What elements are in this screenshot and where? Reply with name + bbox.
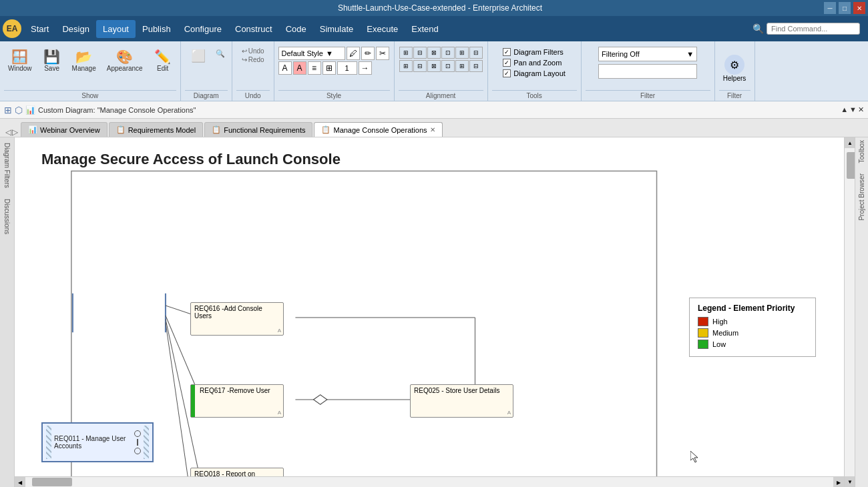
breadcrumb-text: Custom Diagram: "Manage Console Operatio… <box>38 106 196 114</box>
tab-manage-close[interactable]: ✕ <box>430 126 435 133</box>
helpers-button[interactable]: ⚙ Helpers <box>719 53 750 84</box>
tab-req-model-label: Requirements Model <box>128 126 196 134</box>
menu-execute[interactable]: Execute <box>360 20 405 38</box>
tab-requirements-model[interactable]: 📋 Requirements Model <box>109 122 204 137</box>
legend-low: Low <box>698 340 807 349</box>
scroll-down-button[interactable]: ▼ <box>845 476 855 487</box>
distribute-h-button[interactable]: ⊡ <box>441 47 455 59</box>
edit-button[interactable]: ✏️ Edit <box>150 47 176 74</box>
style-dropdown[interactable]: Default Style ▼ <box>278 47 345 60</box>
manage-button[interactable]: 📂 Manage <box>68 47 100 74</box>
menu-extend[interactable]: Extend <box>405 20 445 38</box>
font-button[interactable]: A <box>278 61 292 75</box>
tab-webinar-overview[interactable]: 📊 Webinar Overview <box>21 122 107 137</box>
menu-publish[interactable]: Publish <box>136 20 178 38</box>
manage-icon: 📂 <box>75 49 92 65</box>
tab-scroll-right[interactable]: ▷ <box>12 127 18 137</box>
close-button[interactable]: ✕ <box>853 2 865 14</box>
tab-functional-requirements[interactable]: 📋 Functional Requirements <box>204 122 312 137</box>
breadcrumb-bar: ⊞ ⬡ 📊 Custom Diagram: "Manage Console Op… <box>0 101 868 119</box>
command-search[interactable] <box>767 23 860 35</box>
alignment-group-label: Alignment <box>399 90 483 99</box>
right-sidebar: Toolbox Project Browser <box>855 137 868 487</box>
redo-button[interactable]: ↪ Redo <box>239 55 267 64</box>
line-color-button[interactable]: ✏ <box>361 47 375 60</box>
breadcrumb-up-button[interactable]: ▲ <box>841 105 848 114</box>
diagram-filters-button[interactable]: ✓ Diagram Filters <box>500 47 568 57</box>
menu-design[interactable]: Design <box>55 20 95 38</box>
vertical-scrollbar[interactable]: ▲ ▼ <box>844 137 855 487</box>
undo-button[interactable]: ↩ Undo <box>239 47 267 55</box>
tab-scroll-left[interactable]: ◁ <box>5 127 11 137</box>
fill-color-button[interactable]: 🖊 <box>347 47 360 60</box>
save-icon: 💾 <box>43 49 60 65</box>
breadcrumb-expand-icon[interactable]: ⊞ <box>4 105 12 115</box>
zoom-button[interactable]: 🔍 <box>213 48 228 59</box>
diagram-layout-button[interactable]: ✓ Diagram Layout <box>500 68 568 79</box>
legend-high: High <box>698 317 807 326</box>
ribbon-undo-group: ↩ Undo ↪ Redo Undo <box>232 41 274 101</box>
menu-start[interactable]: Start <box>24 20 55 38</box>
undo-icon: ↩ <box>242 47 247 55</box>
align-top-button[interactable]: ⊟ <box>469 47 483 59</box>
diagram-icon-button[interactable]: ⬜ <box>185 47 212 65</box>
window-label: Window <box>8 65 32 72</box>
distribute-v-button[interactable]: ⊠ <box>427 60 441 72</box>
scroll-right-button[interactable]: ▶ <box>833 477 844 487</box>
layout-button[interactable]: ⊞ <box>455 60 469 72</box>
filtering-dropdown[interactable]: Filtering Off ▼ <box>598 47 697 61</box>
sidebar-toolbox[interactable]: Toolbox <box>857 137 867 165</box>
filter-search-input[interactable] <box>598 64 697 79</box>
line-width-input[interactable] <box>337 61 357 75</box>
req-box-616[interactable]: REQ616 -Add Console Users A <box>190 302 284 336</box>
line-width-button[interactable]: ⊞ <box>322 61 336 75</box>
align-center-button[interactable]: ⊟ <box>413 47 427 59</box>
menu-configure[interactable]: Configure <box>178 20 228 38</box>
make-same-w-button[interactable]: ⊞ <box>455 47 469 59</box>
req-box-617[interactable]: REQ617 -Remove User A <box>190 384 284 418</box>
req-box-025[interactable]: REQ025 - Store User Details A <box>410 384 513 418</box>
arrow-button[interactable]: → <box>359 61 372 75</box>
h-scroll-thumb[interactable] <box>32 478 72 486</box>
actor-req011-label: REQ011 - Manage User Accounts <box>54 435 132 450</box>
menu-simulate[interactable]: Simulate <box>313 20 361 38</box>
sidebar-diagram-filters[interactable]: Diagram Filters <box>2 140 12 191</box>
minimize-button[interactable]: ─ <box>824 2 836 14</box>
scroll-up-button[interactable]: ▲ <box>845 137 855 148</box>
appearance-label: Appearance <box>107 65 143 72</box>
show-group-label: Show <box>4 90 176 99</box>
align-middle-button[interactable]: ⊞ <box>399 60 413 72</box>
horizontal-scrollbar[interactable]: ◀ ▶ <box>15 476 844 487</box>
pan-zoom-button[interactable]: ✓ Pan and Zoom <box>500 57 568 68</box>
align-right-button[interactable]: ⊠ <box>427 47 441 59</box>
window-button[interactable]: 🪟 Window <box>4 47 36 74</box>
menu-construct[interactable]: Construct <box>228 20 279 38</box>
menu-code[interactable]: Code <box>279 20 313 38</box>
sidebar-project-browser[interactable]: Project Browser <box>857 171 867 223</box>
appearance-button[interactable]: 🎨 Appearance <box>103 47 147 74</box>
background-button[interactable]: A <box>293 61 306 75</box>
actor-req011[interactable]: REQ011 - Manage User Accounts <box>41 422 154 462</box>
make-same-h-button[interactable]: ⊡ <box>441 60 455 72</box>
filtering-value: Filtering Off <box>602 50 640 58</box>
diagram-group-label: Diagram <box>185 90 228 99</box>
maximize-button[interactable]: □ <box>839 2 851 14</box>
breadcrumb-down-button[interactable]: ▼ <box>849 105 857 114</box>
line-style-button[interactable]: ≡ <box>308 61 321 75</box>
scroll-left-button[interactable]: ◀ <box>15 477 25 487</box>
align-left-button[interactable]: ⊞ <box>399 47 413 59</box>
sidebar-discussions[interactable]: Discussions <box>2 196 12 237</box>
tab-manage-console[interactable]: 📋 Manage Console Operations ✕ <box>314 122 442 137</box>
align-bottom-button[interactable]: ⊟ <box>413 60 427 72</box>
page-setup-button[interactable]: ⊟ <box>469 60 483 72</box>
tab-webinar-icon: 📊 <box>28 125 37 134</box>
diagram-canvas[interactable]: Manage Secure Access of Launch Console R… <box>15 137 855 487</box>
custom-style-button[interactable]: ✂ <box>376 47 389 60</box>
save-button[interactable]: 💾 Save <box>39 47 65 74</box>
ribbon-alignment-group: ⊞ ⊟ ⊠ ⊡ ⊞ ⊟ ⊞ ⊟ ⊠ ⊡ ⊞ ⊟ Alignment <box>395 41 488 101</box>
scroll-thumb[interactable] <box>847 152 855 179</box>
breadcrumb-close-button[interactable]: ✕ <box>858 105 864 114</box>
breadcrumb-nav-icon[interactable]: ⬡ <box>15 105 23 115</box>
menu-layout[interactable]: Layout <box>96 20 136 38</box>
zoom-icon: 🔍 <box>216 49 225 58</box>
